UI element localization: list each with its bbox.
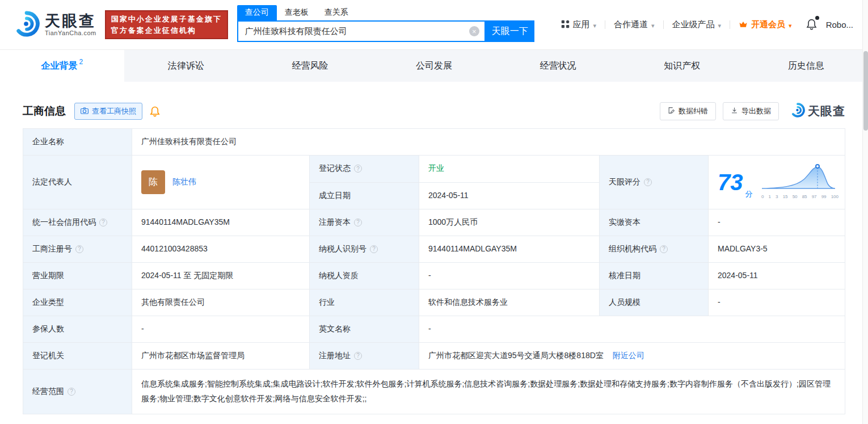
table-row: 法定代表人 陈 陈壮伟 登记状态 开业 成立日期 2024-05-11 bbox=[23, 156, 845, 209]
tab-company-development[interactable]: 公司发展 bbox=[372, 50, 496, 82]
table-row: 登记机关 广州市花都区市场监督管理局 注册地址 广州市花都区迎宾大道95号交通局… bbox=[23, 343, 845, 370]
field-label: 天眼评分 bbox=[609, 176, 641, 188]
field-label: 实缴资本 bbox=[600, 209, 709, 236]
menu-item-vip[interactable]: 开通会员 bbox=[730, 19, 800, 30]
snapshot-button[interactable]: 查看工商快照 bbox=[74, 103, 142, 120]
apps-grid-icon bbox=[561, 20, 570, 30]
field-label: 营业期限 bbox=[23, 263, 132, 289]
help-icon[interactable] bbox=[370, 245, 378, 253]
score-distribution-chart: 0131550859799100 bbox=[761, 163, 839, 200]
tab-label: 知识产权 bbox=[664, 60, 700, 72]
field-label: 工商注册号 bbox=[32, 243, 72, 255]
camera-icon bbox=[81, 107, 89, 116]
edit-document-icon bbox=[668, 107, 675, 116]
search-button[interactable]: 天眼一下 bbox=[486, 20, 534, 42]
tianyancha-logo[interactable]: 天眼查 TianYanCha.com bbox=[14, 11, 96, 39]
tab-intellectual-property[interactable]: 知识产权 bbox=[620, 50, 744, 82]
field-label: 纳税人资质 bbox=[310, 263, 419, 289]
gov-badge-line1: 国家中小企业发展子基金旗下 bbox=[111, 14, 222, 25]
paid-capital-value: - bbox=[709, 209, 845, 236]
notification-dot bbox=[815, 16, 819, 20]
field-label: 核准日期 bbox=[600, 263, 709, 289]
field-label-wrap: 工商注册号 bbox=[23, 236, 132, 262]
tab-operating-status[interactable]: 经营状况 bbox=[496, 50, 620, 82]
table-row: 参保人数 - 英文名称 - bbox=[23, 316, 845, 343]
scrollbar-thumb[interactable] bbox=[863, 51, 868, 131]
menu-item-label: 合作通道 bbox=[614, 19, 648, 30]
help-icon[interactable] bbox=[660, 245, 668, 253]
field-label: 行业 bbox=[310, 289, 419, 316]
help-icon[interactable] bbox=[75, 245, 83, 253]
bell-icon bbox=[806, 22, 817, 32]
field-label: 参保人数 bbox=[23, 316, 132, 342]
clear-search-icon[interactable] bbox=[469, 26, 479, 36]
reg-capital-value: 1000万人民币 bbox=[419, 209, 600, 236]
menu-item-apps[interactable]: 应用 bbox=[553, 19, 605, 30]
industry-value: 软件和信息技术服务业 bbox=[419, 289, 600, 316]
data-correction-label: 数据纠错 bbox=[679, 106, 708, 116]
status-date-block: 登记状态 开业 成立日期 2024-05-11 bbox=[310, 156, 600, 209]
tab-label: 经营风险 bbox=[292, 60, 328, 72]
business-scope-value: 信息系统集成服务;智能控制系统集成;集成电路设计;软件开发;软件外包服务;计算机… bbox=[132, 370, 845, 414]
subscribe-bell-icon[interactable] bbox=[150, 106, 160, 117]
top-menu: 应用 合作通道 企业级产品 开通会员 Robo... bbox=[553, 18, 854, 32]
score-axis-labels: 0131550859799100 bbox=[761, 194, 839, 200]
help-icon[interactable] bbox=[354, 219, 362, 226]
top-header: 天眼查 TianYanCha.com 国家中小企业发展子基金旗下 官方备案企业征… bbox=[0, 0, 868, 50]
tab-label: 历史信息 bbox=[788, 60, 824, 72]
search-tab-company[interactable]: 查公司 bbox=[237, 5, 277, 20]
field-label-wrap: 经营范围 bbox=[23, 370, 132, 414]
tab-count-badge: 2 bbox=[79, 58, 83, 66]
business-info-table: 企业名称 广州佳致科技有限责任公司 法定代表人 陈 陈壮伟 登记状态 开业 成立… bbox=[23, 128, 845, 414]
table-row: 企业类型 其他有限责任公司 行业 软件和信息技术服务业 人员规模 - bbox=[23, 289, 845, 316]
table-row: 经营范围 信息系统集成服务;智能控制系统集成;集成电路设计;软件开发;软件外包服… bbox=[23, 370, 845, 414]
search-tabs: 查公司 查老板 查关系 bbox=[237, 5, 534, 20]
field-label-wrap: 注册地址 bbox=[310, 343, 419, 369]
help-icon[interactable] bbox=[354, 352, 362, 360]
tab-business-risk[interactable]: 经营风险 bbox=[248, 50, 372, 82]
tab-history-info[interactable]: 历史信息 bbox=[744, 50, 868, 82]
reg-number-value: 440121003428853 bbox=[132, 236, 310, 262]
field-label: 成立日期 bbox=[310, 183, 419, 209]
help-icon[interactable] bbox=[354, 165, 362, 173]
chevron-down-icon bbox=[789, 20, 792, 30]
data-correction-button[interactable]: 数据纠错 bbox=[660, 102, 716, 120]
field-label: 登记机关 bbox=[23, 343, 132, 369]
tab-legal-litigation[interactable]: 法律诉讼 bbox=[124, 50, 248, 82]
insured-count-value: - bbox=[132, 316, 310, 342]
field-label-wrap: 组织机构代码 bbox=[600, 236, 709, 262]
menu-item-label: 企业级产品 bbox=[672, 19, 715, 30]
credit-code-value: 91440114MADLGAY35M bbox=[132, 209, 310, 236]
business-term-value: 2024-05-11 至 无固定期限 bbox=[132, 263, 310, 289]
help-icon[interactable] bbox=[644, 178, 652, 186]
menu-item-cooperation[interactable]: 合作通道 bbox=[605, 19, 663, 30]
search-input[interactable] bbox=[238, 22, 484, 41]
table-row: 统一社会信用代码 91440114MADLGAY35M 注册资本 1000万人民… bbox=[23, 209, 845, 236]
field-label-wrap: 注册资本 bbox=[310, 209, 419, 236]
company-type-value: 其他有限责任公司 bbox=[132, 289, 310, 316]
tab-label: 经营状况 bbox=[540, 60, 576, 72]
notification-bell[interactable] bbox=[800, 18, 824, 32]
tab-company-background[interactable]: 企业背景 2 bbox=[0, 50, 124, 82]
field-label: 人员规模 bbox=[600, 289, 709, 316]
field-label: 组织机构代码 bbox=[609, 243, 656, 255]
legal-rep-avatar[interactable]: 陈 bbox=[141, 170, 165, 194]
user-account[interactable]: Robo... bbox=[824, 20, 853, 30]
company-name-value: 广州佳致科技有限责任公司 bbox=[132, 129, 845, 155]
nearby-companies-link[interactable]: 附近公司 bbox=[613, 350, 644, 362]
help-icon[interactable] bbox=[99, 219, 107, 226]
search-tab-relation[interactable]: 查关系 bbox=[317, 5, 356, 20]
table-row: 企业名称 广州佳致科技有限责任公司 bbox=[23, 129, 845, 156]
export-data-button[interactable]: 导出数据 bbox=[723, 102, 779, 120]
watermark-logo: 天眼查 bbox=[790, 103, 845, 120]
search-area: 查公司 查老板 查关系 天眼一下 bbox=[237, 5, 534, 42]
main-content: 工商信息 查看工商快照 数据纠错 导出数据 bbox=[0, 102, 868, 414]
staff-size-value: - bbox=[709, 289, 845, 316]
legal-rep-link[interactable]: 陈壮伟 bbox=[172, 176, 196, 188]
search-input-wrap bbox=[237, 20, 486, 42]
help-icon[interactable] bbox=[68, 388, 75, 396]
gov-certification-badge: 国家中小企业发展子基金旗下 官方备案企业征信机构 bbox=[105, 10, 228, 39]
menu-item-enterprise-products[interactable]: 企业级产品 bbox=[664, 19, 730, 30]
download-icon bbox=[731, 107, 738, 116]
search-tab-boss[interactable]: 查老板 bbox=[277, 5, 317, 20]
